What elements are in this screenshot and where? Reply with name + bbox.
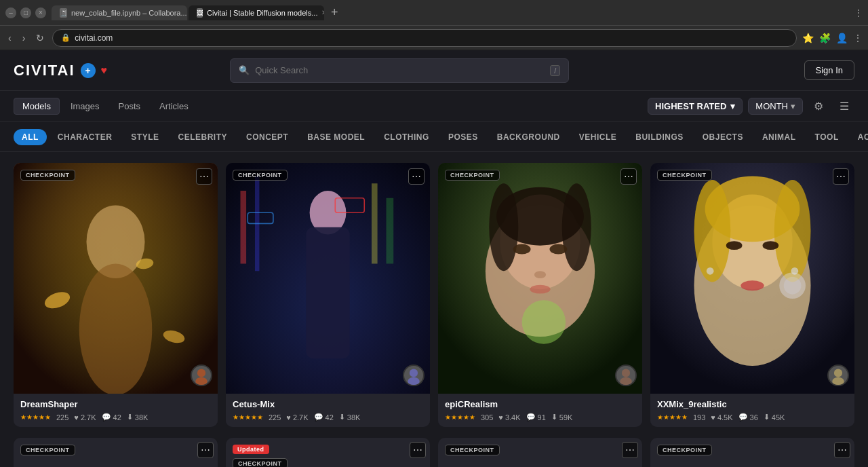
dream-shaper-stars: ★★★★★ [20,413,51,421]
cat-clothing[interactable]: CLOTHING [376,129,437,145]
cetus-footer: Cetus-Mix ★★★★★ 225 ♥ 2.7K 💬 42 ⬇ 38K [226,394,430,427]
browser-menu-icon[interactable]: ⋮ [854,8,863,18]
epic-name: epiCRealism [445,399,635,409]
cat-buildings[interactable]: BUILDINGS [627,129,692,145]
nav-posts[interactable]: Posts [111,98,149,114]
browser-tabs: 📓 new_colab_file.ipynb – Collabora... ✕ … [52,5,849,20]
dream-shaper-comments: 💬 42 [102,413,121,422]
nav-models[interactable]: Models [14,98,60,115]
cetus-rating: 225 [269,413,281,422]
tab-civitai-close[interactable]: ✕ [321,9,324,16]
epic-stars: ★★★★★ [445,413,475,421]
forward-button[interactable]: › [20,31,28,45]
dream-shaper-stats: ★★★★★ 225 ♥ 2.7K 💬 42 ⬇ 38K [20,413,211,422]
xxmix-comments: 💬 36 [738,413,758,422]
layout-button[interactable]: ☰ [834,97,854,115]
cat-all[interactable]: ALL [14,129,47,145]
bc1-menu[interactable]: ⋯ [197,442,214,458]
tab-civitai[interactable]: 🖼 Civitai | Stable Diffusion models... ✕ [189,5,324,20]
xxmix-name: XXMix_9realistic [657,399,848,409]
svg-point-39 [774,180,811,282]
period-dropdown-icon: ▾ [791,101,795,111]
svg-rect-14 [387,198,394,264]
tab-civitai-label: Civitai | Stable Diffusion models... [207,9,317,17]
card-dream-shaper[interactable]: CHECKPOINT ⋯ DreamShaper ★★★★★ 225 ♥ 2.7… [14,163,218,427]
svg-point-46 [784,277,802,295]
cat-concept[interactable]: CONCEPT [238,129,296,145]
svg-point-24 [489,183,518,271]
close-btn[interactable]: × [35,7,46,18]
cat-action[interactable]: ACTION [850,129,868,145]
cat-style[interactable]: STYLE [123,129,167,145]
svg-point-41 [763,241,779,250]
extensions-icon[interactable]: 🧩 [819,33,831,43]
xxmix-menu[interactable]: ⋯ [833,168,849,185]
refresh-button[interactable]: ↻ [33,31,47,45]
svg-point-40 [726,241,743,250]
epic-menu[interactable]: ⋯ [620,168,637,185]
bottom-card-2[interactable]: Updated CHECKPOINT ⋯ [226,438,430,467]
tab-colab[interactable]: 📓 new_colab_file.ipynb – Collabora... ✕ [52,5,187,20]
cat-objects[interactable]: OBJECTS [694,129,751,145]
search-input[interactable] [255,65,545,75]
browser-window-controls[interactable]: – □ × [5,7,46,18]
dream-shaper-menu[interactable]: ⋯ [196,168,212,185]
period-button[interactable]: MONTH ▾ [748,98,803,115]
cat-celebrity[interactable]: CELEBRITY [170,129,236,145]
profile-icon[interactable]: 👤 [836,33,848,43]
minimize-btn[interactable]: – [5,7,16,18]
nav-articles[interactable]: Articles [151,98,197,114]
cat-poses[interactable]: POSES [440,129,486,145]
tab-civitai-favicon: 🖼 [197,8,203,18]
cetus-likes: ♥ 2.7K [286,413,308,422]
card-xxmix[interactable]: CHECKPOINT ⋯ XXMix_9realistic ★★★★★ 193 … [650,163,854,427]
nav-images[interactable]: Images [62,98,108,114]
cat-tool[interactable]: TOOL [807,129,847,145]
sort-dropdown-icon: ▾ [730,101,735,111]
svg-point-2 [79,264,153,394]
epic-avatar [615,365,637,386]
logo[interactable]: CIVITAI + ♥ [14,62,107,79]
xxmix-rating: 193 [693,413,705,422]
download-icon: ⬇ [127,413,133,422]
bc3-badge: CHECKPOINT [445,445,500,455]
card-epicrealism[interactable]: CHECKPOINT ⋯ epiCRealism ★★★★★ 305 ♥ 3.4… [438,163,642,427]
new-tab-button[interactable]: + [326,5,344,20]
comment-icon-2: 💬 [314,413,323,422]
main-content-grid: CHECKPOINT ⋯ DreamShaper ★★★★★ 225 ♥ 2.7… [0,152,868,438]
download-icon-3: ⬇ [551,413,557,422]
settings-icon[interactable]: ⋮ [853,33,863,43]
bc3-menu[interactable]: ⋯ [622,442,638,458]
cetus-menu[interactable]: ⋯ [408,168,425,185]
cat-base-model[interactable]: BASE MODEL [299,129,373,145]
svg-point-48 [832,377,844,386]
svg-point-18 [410,369,418,377]
bc2-menu[interactable]: ⋯ [410,442,426,458]
sort-button[interactable]: HIGHEST RATED ▾ [648,98,743,115]
bc4-menu[interactable]: ⋯ [834,442,850,458]
bookmark-icon[interactable]: ⭐ [802,33,814,43]
filter-button[interactable]: ⚙ [808,97,829,115]
sign-in-button[interactable]: Sign In [804,60,854,80]
cat-vehicle[interactable]: VEHICLE [571,129,625,145]
svg-point-31 [530,285,550,294]
back-button[interactable]: ‹ [5,31,14,45]
address-bar[interactable]: 🔒 civitai.com [52,29,797,47]
cat-character[interactable]: CHARACTER [50,129,121,145]
comment-icon-4: 💬 [738,413,748,422]
svg-rect-12 [241,191,247,264]
svg-point-43 [707,267,714,275]
heart-icon-2: ♥ [286,413,291,422]
logo-plus-icon[interactable]: + [81,63,96,78]
bottom-card-4[interactable]: CHECKPOINT ⋯ [650,438,854,467]
maximize-btn[interactable]: □ [20,7,31,18]
bottom-cards-grid: CHECKPOINT ⋯ Updated CHECKPOINT ⋯ CHECKP… [0,438,868,467]
bottom-card-1[interactable]: CHECKPOINT ⋯ [14,438,218,467]
cat-animal[interactable]: ANIMAL [754,129,804,145]
cat-background[interactable]: BACKGROUND [489,129,568,145]
search-bar[interactable]: 🔍 / [230,58,569,83]
card-cetus-mix[interactable]: CHECKPOINT ⋯ Cetus-Mix ★★★★★ 225 ♥ 2.7K … [226,163,430,427]
bottom-card-3[interactable]: CHECKPOINT ⋯ [438,438,642,467]
logo-heart-icon[interactable]: ♥ [101,64,108,77]
bc1-badge: CHECKPOINT [20,445,75,455]
